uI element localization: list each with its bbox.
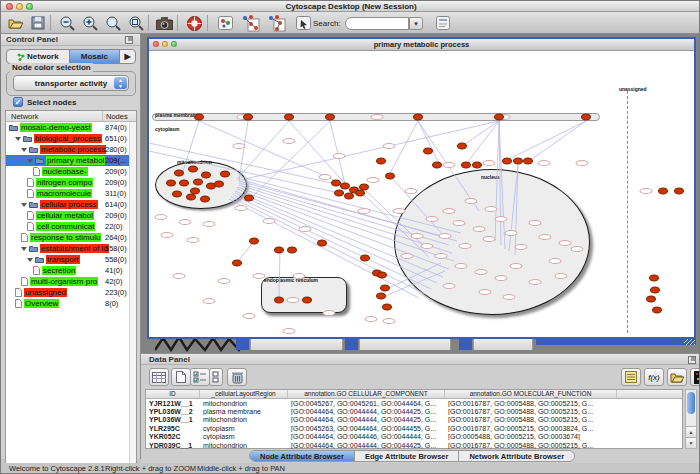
help-icon[interactable] <box>184 13 204 33</box>
network-node[interactable] <box>200 196 210 203</box>
tree-row[interactable]: cellular metabol209(0) <box>6 210 136 221</box>
formula-builder-icon[interactable]: f(x) <box>644 368 664 386</box>
network-node[interactable] <box>325 114 335 121</box>
select-nodes-checkbox[interactable]: ✓ <box>13 97 23 107</box>
zoom-selected-icon[interactable] <box>126 13 146 33</box>
network-node[interactable] <box>457 143 467 150</box>
scroll-up-icon[interactable]: ▲ <box>686 426 696 437</box>
disclosure-triangle-icon[interactable] <box>21 203 27 207</box>
tree-row[interactable]: Overview8(0) <box>6 298 136 309</box>
open-attribute-file-icon[interactable] <box>667 368 687 386</box>
network-node[interactable] <box>359 184 369 191</box>
attribute-batch-icon[interactable] <box>209 368 223 386</box>
tree-row[interactable]: secretion41(0) <box>6 265 136 276</box>
network-node[interactable] <box>649 275 659 282</box>
network-node[interactable] <box>423 148 433 155</box>
tree-row[interactable]: unassigned223(0) <box>6 287 136 298</box>
tab-network[interactable]: Network <box>7 50 70 63</box>
float-panel-icon[interactable] <box>125 36 133 44</box>
network-node[interactable] <box>220 171 230 178</box>
network-node[interactable] <box>284 114 294 121</box>
network-node[interactable] <box>186 194 196 201</box>
network-node[interactable] <box>523 158 533 165</box>
network-node[interactable] <box>287 247 297 254</box>
network-node[interactable] <box>650 287 660 294</box>
network-node[interactable] <box>193 179 203 186</box>
new-attribute-icon[interactable] <box>171 368 191 386</box>
network-node[interactable] <box>674 188 684 195</box>
node-color-dropdown[interactable]: transporter activity ▲▼ <box>13 75 129 91</box>
tree-scrollbar[interactable] <box>129 122 136 474</box>
delete-attribute-icon[interactable] <box>227 368 247 386</box>
tree-row[interactable]: establishment of lo558(0) <box>6 243 136 254</box>
column-header[interactable]: ID <box>146 390 200 398</box>
network-node[interactable] <box>472 162 482 169</box>
tree-row[interactable]: mosaic-demo-yeast874(0) <box>6 122 136 133</box>
network-node[interactable] <box>646 296 656 303</box>
network-node[interactable] <box>355 190 365 197</box>
minimize-button[interactable] <box>16 3 23 10</box>
zoom-fit-icon[interactable] <box>103 13 123 33</box>
save-session-icon[interactable] <box>28 13 48 33</box>
tree-row[interactable]: nitrogen compo209(0) <box>6 177 136 188</box>
tab-network-attribute-browser[interactable]: Network Attribute Browser <box>459 451 574 461</box>
table-row[interactable]: YJR121W__1mitochondrion[GO:0045267, GO:0… <box>146 399 682 407</box>
network-node[interactable] <box>194 114 204 121</box>
disclosure-triangle-icon[interactable] <box>27 258 33 262</box>
open-session-icon[interactable] <box>6 13 26 33</box>
network-node[interactable] <box>382 304 392 311</box>
disclosure-triangle-icon[interactable] <box>27 159 33 163</box>
network-node[interactable] <box>360 255 370 262</box>
network-node[interactable] <box>174 170 184 177</box>
network-node[interactable] <box>179 180 189 187</box>
network-node[interactable] <box>461 162 471 169</box>
network-node[interactable] <box>413 114 423 121</box>
close-button[interactable] <box>6 3 13 10</box>
zoom-in-icon[interactable] <box>80 13 100 33</box>
network-node[interactable] <box>380 285 390 292</box>
network-node[interactable] <box>513 158 523 165</box>
network-canvas[interactable]: plasma membrane cytoplasm mitochondrion … <box>149 51 694 337</box>
network-node[interactable] <box>249 238 259 245</box>
heatmap-icon[interactable] <box>690 368 700 386</box>
zoom-window-button[interactable] <box>26 3 33 10</box>
tree-row[interactable]: primary metabol209(... <box>6 155 136 166</box>
select-attributes-icon[interactable] <box>149 368 169 386</box>
tree-row[interactable]: macromolecule311(0) <box>6 188 136 199</box>
snapshot-icon[interactable] <box>154 13 174 33</box>
network-node[interactable] <box>172 191 182 198</box>
network-merge-icon[interactable] <box>267 13 287 33</box>
close-button[interactable] <box>153 41 159 47</box>
network-node[interactable] <box>201 172 211 179</box>
column-header[interactable]: _cellularLayoutRegion <box>200 390 288 398</box>
network-node[interactable] <box>652 307 662 314</box>
layout-icon[interactable] <box>215 13 235 33</box>
tab-overflow-arrow-icon[interactable]: ▶ <box>120 50 135 63</box>
network-node[interactable] <box>188 166 198 173</box>
network-node[interactable] <box>344 193 354 200</box>
tree-row[interactable]: transport558(0) <box>6 254 136 265</box>
network-node[interactable] <box>581 114 591 121</box>
network-node[interactable] <box>334 190 344 197</box>
network-node[interactable] <box>190 188 200 195</box>
tree-row[interactable]: nucleobase-209(0) <box>6 166 136 177</box>
network-node[interactable] <box>302 297 312 304</box>
table-row[interactable]: YPL036W__1mitochondrion[GO:0044464, GO:0… <box>146 416 682 424</box>
tree-row[interactable]: cellular process614(0) <box>6 199 136 210</box>
table-row[interactable]: YDR039C__1mitochondrion[GO:0044464, GO:0… <box>146 441 682 449</box>
zoom-window-button[interactable] <box>171 41 177 47</box>
network-node[interactable] <box>317 240 327 247</box>
network-node[interactable] <box>232 260 242 267</box>
network-node[interactable] <box>166 180 176 187</box>
network-node[interactable] <box>377 272 387 279</box>
network-node[interactable] <box>385 173 395 180</box>
scroll-down-icon[interactable]: ▼ <box>686 437 696 448</box>
network-node[interactable] <box>244 195 254 202</box>
table-row[interactable]: YLR295Ccytoplasm[GO:0045263, GO:0044464,… <box>146 424 682 432</box>
network-node[interactable] <box>658 188 668 195</box>
attribute-checklist-icon[interactable] <box>190 368 210 386</box>
search-input[interactable] <box>345 17 409 30</box>
search-settings-icon[interactable] <box>433 13 453 33</box>
minimize-button[interactable] <box>162 41 168 47</box>
float-panel-icon[interactable] <box>688 356 696 364</box>
